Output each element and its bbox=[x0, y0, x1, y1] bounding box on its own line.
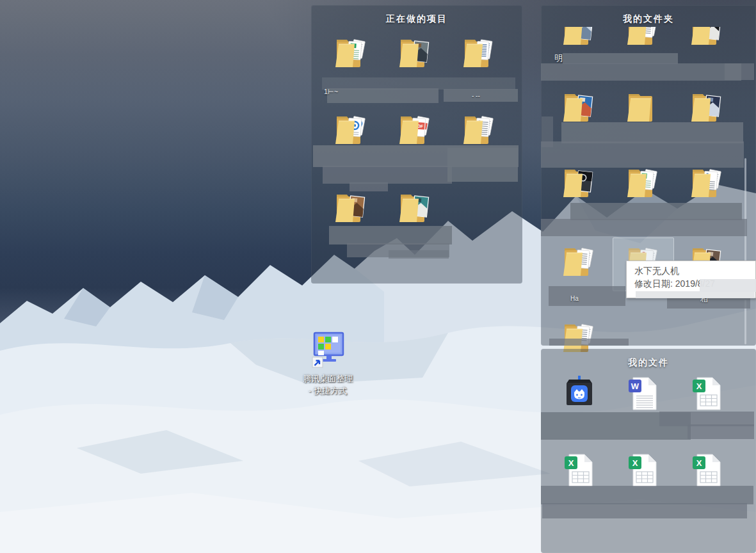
censored-label bbox=[329, 226, 452, 244]
tooltip-folder-name: 水下无人机 bbox=[634, 264, 755, 277]
app-tencent-desktop-organizer-icon[interactable] bbox=[547, 375, 611, 412]
panel-my-folders-title: 我的文件夹 bbox=[541, 5, 756, 25]
censored-label bbox=[327, 88, 438, 103]
file-excel-3-icon[interactable]: X bbox=[611, 452, 675, 489]
censored-label bbox=[563, 53, 678, 64]
svg-text:X: X bbox=[696, 458, 702, 468]
svg-text:X: X bbox=[568, 458, 574, 468]
censored-label bbox=[541, 141, 744, 168]
folder-row1-c-folder-icon[interactable] bbox=[675, 27, 739, 49]
censored-label bbox=[389, 250, 449, 259]
folder-row2-a-folder-icon[interactable] bbox=[547, 90, 611, 125]
label-fragment: 明 bbox=[554, 52, 563, 64]
folder-row2-b-folder-icon[interactable] bbox=[611, 90, 675, 125]
panel-my-files[interactable]: 我的文件 W X X X X bbox=[541, 349, 756, 553]
censored-label bbox=[700, 279, 756, 292]
censored-label bbox=[688, 424, 754, 439]
folder-row3-b-folder-icon[interactable]: X bbox=[611, 165, 675, 201]
censored-label bbox=[541, 219, 747, 236]
censored-label bbox=[549, 286, 625, 306]
folder-project-7-folder-icon[interactable] bbox=[319, 190, 383, 226]
file-word-doc-icon[interactable]: W bbox=[611, 375, 675, 412]
folder-row3-a-folder-icon[interactable] bbox=[547, 165, 611, 201]
folder-project-2-folder-icon[interactable] bbox=[383, 35, 447, 71]
file-excel-1-icon[interactable]: X bbox=[675, 375, 739, 412]
label-fragment: 1⊢~ bbox=[324, 88, 338, 96]
folder-row1-a-folder-icon[interactable] bbox=[547, 27, 611, 49]
censored-label bbox=[444, 89, 518, 102]
svg-text:X: X bbox=[696, 381, 702, 391]
folder-project-6-folder-icon[interactable] bbox=[447, 112, 511, 148]
desktop-shortcut-tencent-organizer[interactable]: 腾讯桌面整理 - 快捷方式 bbox=[289, 330, 366, 397]
censored-label bbox=[447, 148, 518, 182]
svg-text:W: W bbox=[631, 381, 639, 391]
folder-row3-c-folder-icon[interactable] bbox=[675, 165, 739, 201]
svg-text:X: X bbox=[632, 458, 638, 468]
file-excel-2-icon[interactable]: X bbox=[547, 452, 611, 489]
shortcut-label-line1: 腾讯桌面整理 bbox=[289, 373, 366, 385]
folder-project-3-folder-icon[interactable] bbox=[447, 35, 511, 71]
folder-row1-b-folder-icon[interactable] bbox=[611, 27, 675, 49]
label-fragment: - -- bbox=[472, 92, 480, 99]
panel-projects-title: 正在做的项目 bbox=[311, 5, 522, 25]
censored-label bbox=[636, 291, 755, 298]
folder-row2-c-folder-icon[interactable] bbox=[675, 90, 739, 125]
folder-project-8-folder-icon[interactable] bbox=[383, 190, 447, 226]
shortcut-label-line2: - 快捷方式 bbox=[289, 385, 366, 397]
censored-label bbox=[350, 182, 388, 191]
panel-my-files-title: 我的文件 bbox=[541, 349, 756, 369]
folder-project-4-folder-icon[interactable] bbox=[319, 112, 383, 148]
censored-label bbox=[541, 486, 753, 504]
folder-row4-a-folder-icon[interactable] bbox=[547, 244, 611, 280]
censored-label bbox=[323, 166, 452, 184]
shortcut-arrow-icon bbox=[312, 357, 323, 367]
censored-label bbox=[542, 503, 747, 518]
label-fragment: Ha bbox=[570, 295, 579, 302]
censored-label bbox=[725, 63, 754, 80]
tencent-desktop-organizer-shortcut-icon[interactable] bbox=[309, 330, 346, 373]
file-excel-4-icon[interactable]: X bbox=[675, 452, 739, 489]
censored-label bbox=[570, 203, 742, 220]
censored-label bbox=[541, 63, 741, 81]
panel-scrollbar-thumb[interactable] bbox=[744, 158, 746, 275]
folder-project-1-folder-icon[interactable] bbox=[319, 35, 383, 71]
censored-label bbox=[561, 122, 743, 143]
censored-label bbox=[549, 339, 629, 346]
folder-project-5-folder-icon[interactable]: PDF bbox=[383, 112, 447, 148]
